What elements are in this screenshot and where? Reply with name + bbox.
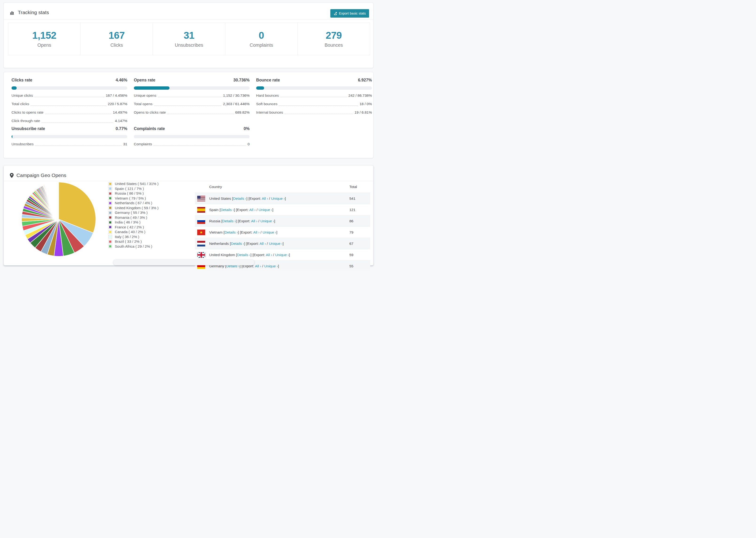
legend-swatch — [108, 182, 112, 186]
flag-vn-icon — [197, 230, 205, 235]
export-all-link[interactable]: All › — [262, 196, 268, 200]
legend-label: Canada ( 40 / 2% ) — [115, 230, 145, 234]
rate-detail-value: 689.82% — [235, 110, 249, 115]
legend-label: United Kingdom ( 59 / 3% ) — [115, 206, 158, 210]
details-link[interactable]: Details › — [231, 242, 244, 245]
rate-detail-value: 0 — [247, 141, 249, 147]
export-unique-link[interactable]: Unique › — [260, 219, 274, 223]
country-cell: Netherlands [Details ›] [Export: All › /… — [209, 242, 350, 246]
legend-label: South Africa ( 29 / 2% ) — [115, 244, 152, 248]
country-cell: Russia [Details ›] [Export: All › / Uniq… — [209, 219, 350, 223]
flag-gb-icon — [197, 252, 205, 258]
details-link[interactable]: Details › — [233, 196, 246, 200]
rate-percent: 30.736% — [233, 78, 249, 82]
legend-label: Netherlands ( 67 / 4% ) — [115, 201, 152, 205]
legend-item-germany: Germany ( 55 / 3% ) — [108, 210, 158, 215]
legend-label: Vietnam ( 79 / 5% ) — [115, 196, 146, 200]
rate-detail-label: Unsubscribes — [12, 141, 33, 147]
export-label: Export: — [253, 253, 265, 257]
export-label: Export: — [241, 230, 252, 234]
export-all-link[interactable]: All › — [249, 208, 256, 212]
total-cell: 121 — [350, 208, 370, 212]
legend-swatch — [108, 235, 112, 239]
country-cell: Spain [Details ›] [Export: All › / Uniqu… — [209, 208, 350, 212]
rate-title: Unsubscribe rate — [12, 126, 45, 131]
legend-swatch — [108, 216, 112, 219]
export-all-link[interactable]: All › — [266, 253, 272, 257]
legend-item-romania: Romania ( 49 / 3% ) — [108, 215, 158, 220]
dotted-leader — [279, 105, 358, 106]
clicks-rate-block: Clicks rate4.46%Unique clicks167 / 4.456… — [12, 78, 127, 124]
export-all-link[interactable]: All › — [255, 264, 261, 268]
rate-detail-label: Clicks to opens rate — [12, 110, 43, 115]
country-name: Vietnam — [209, 230, 223, 234]
details-link[interactable]: Details › — [237, 253, 250, 257]
rate-detail-value: 18 / 0% — [359, 101, 372, 107]
stat-value: 31 — [184, 30, 194, 41]
rate-detail-row: Unsubscribes31 — [12, 141, 127, 147]
rate-title: Bounce rate — [256, 78, 280, 82]
rate-detail-value: 2,303 / 61.446% — [223, 101, 249, 107]
export-all-link[interactable]: All › — [260, 242, 266, 245]
rate-detail-row: Click through rate4.147% — [12, 118, 127, 124]
table-row-vn: Vietnam [Details ›] [Export: All › / Uni… — [195, 227, 370, 238]
rate-percent: 0% — [244, 126, 249, 131]
country-name: Netherlands — [209, 242, 229, 245]
table-row-gb: United Kingdom [Details ›] [Export: All … — [195, 249, 370, 260]
rate-detail-row: Internal bounces19 / 6.81% — [256, 110, 372, 115]
export-label: Export: — [249, 196, 261, 200]
country-name: United States — [209, 196, 231, 200]
rate-detail-label: Opens to clicks rate — [134, 110, 166, 115]
details-link[interactable]: Details › — [222, 219, 236, 223]
complaints-rate-block: Complaints rate0%Complaints0 — [134, 126, 249, 147]
geo-header: Campaign Geo Opens — [10, 173, 67, 178]
details-link[interactable]: Details › — [225, 230, 238, 234]
legend-swatch — [108, 230, 112, 234]
flag-ru-icon — [197, 218, 205, 224]
rate-detail-value: 14.497% — [113, 110, 127, 115]
rate-detail-label: Total clicks — [12, 101, 29, 107]
export-unique-link[interactable]: Unique › — [271, 196, 285, 200]
rate-detail-value: 4.147% — [115, 118, 127, 124]
rate-detail-label: Unique clicks — [12, 93, 33, 98]
legend-item-netherlands: Netherlands ( 67 / 4% ) — [108, 201, 158, 206]
export-unique-link[interactable]: Unique › — [269, 242, 283, 245]
legend-label: Italy ( 36 / 2% ) — [115, 235, 139, 239]
rate-detail-row: Total opens2,303 / 61.446% — [134, 101, 249, 107]
stat-value: 0 — [259, 30, 264, 41]
export-unique-link[interactable]: Unique › — [264, 264, 278, 268]
legend-item-france: France ( 42 / 2% ) — [108, 225, 158, 230]
column-header-total: Total — [350, 185, 370, 189]
export-unique-link[interactable]: Unique › — [262, 230, 276, 234]
table-row-es: Spain [Details ›] [Export: All › / Uniqu… — [195, 204, 370, 215]
legend-swatch — [108, 201, 112, 205]
stat-unsubscribes: 31Unsubscribes — [153, 23, 225, 55]
export-unique-link[interactable]: Unique › — [258, 208, 272, 212]
rate-detail-label: Unique opens — [134, 93, 156, 98]
export-all-link[interactable]: All › — [251, 219, 257, 223]
export-all-link[interactable]: All › — [253, 230, 260, 234]
legend-label: France ( 42 / 2% ) — [115, 225, 144, 229]
summary-stats-row: 1,152Opens167Clicks31Unsubscribes0Compla… — [8, 23, 370, 55]
dotted-leader — [154, 105, 221, 106]
export-basic-stats-button[interactable]: Export basic stats — [330, 9, 369, 18]
rate-detail-row: Unique opens1,152 / 30.736% — [134, 93, 249, 98]
country-cell: United States [Details ›] [Export: All ›… — [209, 196, 350, 201]
legend-item-italy: Italy ( 36 / 2% ) — [108, 235, 158, 240]
rate-detail-row: Unique clicks167 / 4.456% — [12, 93, 127, 98]
rate-percent: 6.927% — [358, 78, 372, 82]
geo-opens-pie-chart[interactable] — [20, 180, 98, 258]
country-name: Russia — [209, 219, 220, 223]
stat-value: 279 — [326, 30, 342, 41]
stat-bounces: 279Bounces — [297, 23, 370, 55]
legend-swatch — [108, 206, 112, 210]
legend-label: Germany ( 55 / 3% ) — [115, 211, 148, 215]
legend-label: Brazil ( 33 / 2% ) — [115, 240, 142, 243]
details-link[interactable]: Details › — [220, 208, 234, 212]
stat-value: 167 — [109, 30, 125, 41]
bottom-scrollbar[interactable] — [113, 260, 254, 265]
rate-percent: 0.77% — [116, 126, 127, 131]
rate-detail-row: Clicks to opens rate14.497% — [12, 110, 127, 115]
export-unique-link[interactable]: Unique › — [275, 253, 289, 257]
total-cell: 79 — [350, 230, 370, 235]
